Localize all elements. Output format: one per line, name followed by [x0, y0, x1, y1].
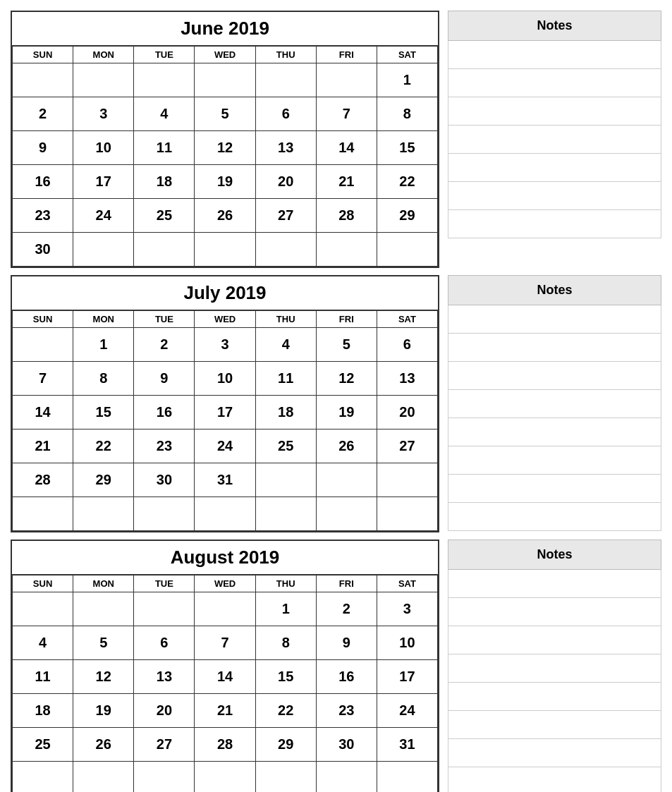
calendar-day-cell: 22 [73, 429, 134, 463]
calendar-day-cell: 12 [73, 660, 134, 694]
notes-line[interactable] [448, 126, 661, 154]
calendar-day-cell [73, 762, 134, 793]
notes-july-2019: Notes [448, 275, 661, 531]
notes-line[interactable] [448, 626, 661, 654]
notes-lines-june-2019 [448, 41, 661, 238]
calendar-day-cell [255, 497, 316, 531]
notes-line[interactable] [448, 97, 661, 126]
notes-line[interactable] [448, 418, 661, 446]
calendar-day-cell [255, 63, 316, 97]
notes-lines-july-2019 [448, 305, 661, 531]
calendar-day-cell: 18 [134, 165, 195, 199]
calendar-day-cell [73, 497, 134, 531]
calendar-title-july-2019: July 2019 [12, 276, 438, 310]
calendar-day-cell: 11 [13, 660, 73, 694]
notes-line[interactable] [448, 154, 661, 182]
calendar-day-cell: 1 [377, 63, 437, 97]
calendar-day-cell [255, 463, 316, 497]
day-header-sat: SAT [377, 47, 437, 63]
calendar-day-cell: 22 [377, 165, 437, 199]
calendar-day-cell: 26 [316, 429, 377, 463]
calendar-day-cell [316, 63, 377, 97]
calendar-day-cell: 8 [377, 97, 437, 131]
calendar-day-cell: 17 [195, 396, 255, 429]
notes-line[interactable] [448, 446, 661, 475]
calendar-day-cell [316, 233, 377, 267]
calendar-day-cell: 19 [195, 165, 255, 199]
calendar-day-cell: 26 [195, 199, 255, 233]
calendar-day-cell: 20 [377, 396, 437, 429]
notes-line[interactable] [448, 69, 661, 97]
day-header-wed: WED [195, 47, 255, 63]
notes-line[interactable] [448, 210, 661, 238]
calendar-day-cell: 17 [377, 660, 437, 694]
table-row: 18192021222324 [13, 694, 438, 728]
calendar-day-cell: 31 [377, 728, 437, 762]
notes-line[interactable] [448, 475, 661, 503]
calendar-day-cell: 9 [316, 626, 377, 660]
calendar-day-cell: 28 [316, 199, 377, 233]
calendar-day-cell: 11 [255, 362, 316, 396]
calendar-day-cell: 11 [134, 131, 195, 165]
table-row: 30 [13, 233, 438, 267]
calendar-grid-august-2019: SUNMONTUEWEDTHUFRISAT1234567891011121314… [12, 575, 438, 792]
notes-august-2019: Notes [448, 540, 661, 792]
calendar-august-2019: August 2019SUNMONTUEWEDTHUFRISAT12345678… [11, 540, 439, 792]
notes-line[interactable] [448, 739, 661, 767]
calendar-day-cell: 5 [316, 328, 377, 362]
notes-line[interactable] [448, 362, 661, 390]
table-row: 14151617181920 [13, 396, 438, 429]
calendar-day-cell: 23 [134, 429, 195, 463]
notes-line[interactable] [448, 570, 661, 598]
notes-line[interactable] [448, 711, 661, 739]
day-header-tue: TUE [134, 47, 195, 63]
calendar-day-cell [377, 233, 437, 267]
calendar-grid-june-2019: SUNMONTUEWEDTHUFRISAT1234567891011121314… [12, 46, 438, 267]
calendar-day-cell: 3 [73, 97, 134, 131]
calendar-day-cell [255, 233, 316, 267]
notes-line[interactable] [448, 503, 661, 531]
calendar-day-cell: 6 [134, 626, 195, 660]
notes-lines-august-2019 [448, 570, 661, 792]
notes-june-2019: Notes [448, 11, 661, 238]
notes-line[interactable] [448, 767, 661, 792]
calendar-day-cell: 31 [195, 463, 255, 497]
calendar-day-cell: 1 [73, 328, 134, 362]
calendar-day-cell: 8 [255, 626, 316, 660]
calendar-title-august-2019: August 2019 [12, 541, 438, 575]
notes-line[interactable] [448, 305, 661, 334]
notes-header-august-2019: Notes [448, 540, 661, 570]
calendar-day-cell: 25 [13, 728, 73, 762]
table-row: 16171819202122 [13, 165, 438, 199]
month-row-august-2019: August 2019SUNMONTUEWEDTHUFRISAT12345678… [11, 540, 661, 792]
calendar-day-cell: 10 [73, 131, 134, 165]
calendar-day-cell [13, 497, 73, 531]
table-row: 25262728293031 [13, 728, 438, 762]
notes-line[interactable] [448, 334, 661, 362]
day-header-thu: THU [255, 575, 316, 592]
table-row: 9101112131415 [13, 131, 438, 165]
calendar-day-cell: 25 [134, 199, 195, 233]
notes-header-june-2019: Notes [448, 11, 661, 41]
calendar-day-cell: 6 [255, 97, 316, 131]
notes-line[interactable] [448, 683, 661, 711]
calendar-july-2019: July 2019SUNMONTUEWEDTHUFRISAT1234567891… [11, 275, 439, 532]
notes-line[interactable] [448, 654, 661, 683]
notes-line[interactable] [448, 390, 661, 418]
notes-line[interactable] [448, 182, 661, 210]
day-header-sat: SAT [377, 575, 437, 592]
calendar-day-cell [134, 497, 195, 531]
notes-line[interactable] [448, 598, 661, 626]
calendar-day-cell: 13 [377, 362, 437, 396]
calendar-day-cell: 10 [195, 362, 255, 396]
calendar-day-cell [134, 592, 195, 626]
calendar-day-cell: 14 [316, 131, 377, 165]
calendar-june-2019: June 2019SUNMONTUEWEDTHUFRISAT1234567891… [11, 11, 439, 268]
calendar-day-cell: 3 [377, 592, 437, 626]
calendar-day-cell [377, 463, 437, 497]
notes-line[interactable] [448, 41, 661, 69]
day-header-thu: THU [255, 47, 316, 63]
calendar-day-cell: 26 [73, 728, 134, 762]
calendar-day-cell: 7 [195, 626, 255, 660]
calendar-day-cell [134, 233, 195, 267]
